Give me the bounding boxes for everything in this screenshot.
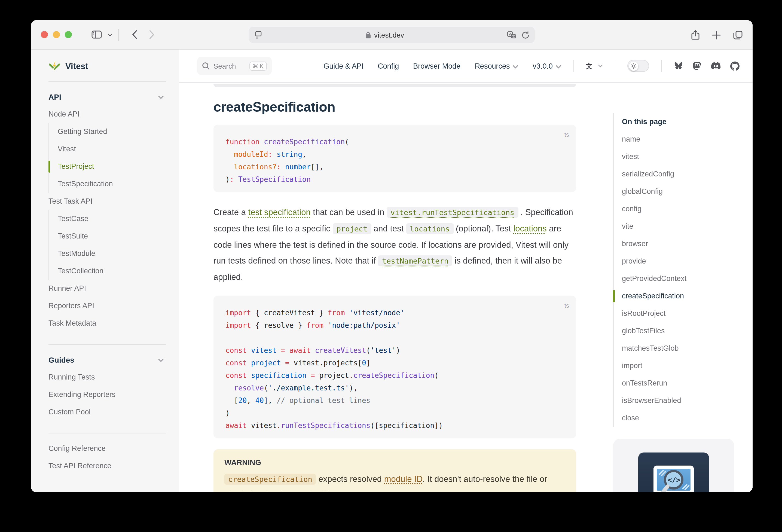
- screenshot-stage: vitest.dev A 文: [0, 0, 782, 532]
- lock-icon: [365, 31, 371, 38]
- minimize-window-button[interactable]: [53, 31, 60, 38]
- toc-item-serializedconfig[interactable]: serializedConfig: [622, 166, 749, 183]
- vitest-logo-icon: [48, 61, 61, 72]
- text-run: (optional). Test: [453, 224, 513, 233]
- sidebar-item-runner-api[interactable]: Runner API: [48, 280, 166, 297]
- toc-item-globalconfig[interactable]: globalConfig: [622, 183, 749, 201]
- sidebar-item-extending-reporters[interactable]: Extending Reporters: [48, 386, 166, 403]
- warning-link-module-id[interactable]: module ID: [384, 474, 423, 484]
- forward-button[interactable]: [149, 30, 155, 39]
- code-block-example[interactable]: ts import { createVitest } from 'vitest/…: [213, 296, 576, 438]
- refresh-icon[interactable]: [522, 31, 529, 39]
- share-icon[interactable]: [691, 30, 700, 40]
- sidebar-item-config-reference[interactable]: Config Reference: [48, 440, 166, 457]
- code-link-testnamepattern[interactable]: testNamePattern: [378, 256, 452, 265]
- site-logo[interactable]: Vitest: [48, 59, 166, 73]
- toc-item-provide[interactable]: provide: [622, 253, 749, 270]
- text-run: that can be used in: [311, 208, 387, 217]
- sun-icon: [629, 61, 638, 71]
- code-line: const vitest = await createVitest('test'…: [225, 344, 564, 357]
- chevron-down-icon[interactable]: [107, 33, 113, 36]
- toc-item-globtestfiles[interactable]: globTestFiles: [622, 322, 749, 340]
- nav-link-label: Config: [378, 62, 399, 70]
- toc-item-config[interactable]: config: [622, 201, 749, 218]
- code-line: moduleId: string,: [225, 148, 564, 161]
- theme-toggle[interactable]: [627, 60, 649, 72]
- toc-item-vitest[interactable]: vitest: [622, 148, 749, 166]
- toc-item-name[interactable]: name: [622, 131, 749, 148]
- sidebar-item-testspecification[interactable]: TestSpecification: [58, 175, 166, 193]
- reader-view-icon[interactable]: [254, 31, 262, 39]
- toc-item-ontestsrerun[interactable]: onTestsRerun: [622, 375, 749, 392]
- search-input[interactable]: Search ⌘ K: [197, 57, 272, 75]
- code-link-vitest-runtestspecifications[interactable]: vitest.runTestSpecifications: [387, 208, 518, 217]
- sidebar-item-getting-started[interactable]: Getting Started: [58, 123, 166, 141]
- translations-icon[interactable]: 文: [586, 62, 603, 70]
- sidebar-item-testproject[interactable]: TestProject: [58, 158, 166, 175]
- nav-link-v3-0-0[interactable]: v3.0.0: [533, 62, 562, 70]
- sidebar-item-test-task-api[interactable]: Test Task API: [48, 193, 166, 210]
- sidebar-item-reporters-api[interactable]: Reporters API: [48, 297, 166, 315]
- sidebar-item-node-api[interactable]: Node API: [48, 106, 166, 123]
- toc-item-createspecification[interactable]: createSpecification: [622, 287, 749, 305]
- sidebar-item-testcase[interactable]: TestCase: [58, 210, 166, 227]
- sidebar-item-vitest[interactable]: Vitest: [58, 141, 166, 158]
- code-line: ): TestSpecification: [225, 173, 564, 186]
- toc-item-getprovidedcontext[interactable]: getProvidedContext: [622, 270, 749, 287]
- sidebar-section-label: API: [48, 93, 61, 101]
- sidebar-item-test-api-reference[interactable]: Test API Reference: [48, 457, 166, 475]
- back-button[interactable]: [132, 30, 137, 39]
- toc-item-isbrowserenabled[interactable]: isBrowserEnabled: [622, 392, 749, 410]
- sidebar-item-testmodule[interactable]: TestModule: [58, 245, 166, 262]
- sidebar-item-testsuite[interactable]: TestSuite: [58, 227, 166, 245]
- sidebar-section-header-api[interactable]: API: [48, 88, 166, 106]
- browser-chrome: vitest.dev A 文: [31, 20, 753, 49]
- sidebar-item-running-tests[interactable]: Running Tests: [48, 369, 166, 386]
- warning-callout: WARNING createSpecification expects reso…: [213, 449, 576, 492]
- toc-item-browser[interactable]: browser: [622, 235, 749, 253]
- toc-item-matchestestglob[interactable]: matchesTestGlob: [622, 340, 749, 357]
- nav-link-label: v3.0.0: [533, 62, 553, 70]
- nav-link-browser-mode[interactable]: Browser Mode: [413, 62, 460, 70]
- link-test-specification[interactable]: test specification: [248, 208, 311, 217]
- sidebar-item-testcollection[interactable]: TestCollection: [58, 262, 166, 280]
- nav-link-label: Resources: [474, 62, 510, 70]
- toc-item-isrootproject[interactable]: isRootProject: [622, 305, 749, 322]
- toc-item-vite[interactable]: vite: [622, 218, 749, 235]
- search-shortcut-kbd: ⌘ K: [249, 61, 267, 71]
- sidebar-toggle-icon[interactable]: [92, 31, 102, 39]
- toc-item-import[interactable]: import: [622, 357, 749, 375]
- code-line: [20, 40], // optional test lines: [225, 394, 564, 407]
- nav-link-guide-api[interactable]: Guide & API: [323, 62, 363, 70]
- toc-list: namevitestserializedConfigglobalConfigco…: [622, 131, 749, 427]
- nav-link-resources[interactable]: Resources: [474, 62, 519, 70]
- sidebar-section-header-guides[interactable]: Guides: [48, 351, 166, 369]
- nav-link-config[interactable]: Config: [378, 62, 399, 70]
- close-window-button[interactable]: [41, 31, 48, 38]
- nav-link-label: Guide & API: [323, 62, 363, 70]
- code-block-signature[interactable]: ts function createSpecification( moduleI…: [213, 125, 576, 192]
- toc-item-close[interactable]: close: [622, 410, 749, 427]
- sponsor-card[interactable]: </>: [613, 439, 734, 492]
- sponsor-image: </>: [638, 453, 709, 492]
- bluesky-icon[interactable]: [674, 62, 683, 70]
- description-paragraph: Create a test specification that can be …: [213, 204, 576, 285]
- tab-overview-icon[interactable]: [733, 30, 743, 39]
- discord-icon[interactable]: [711, 62, 721, 70]
- translate-page-icon[interactable]: A 文: [507, 31, 516, 39]
- warning-title: WARNING: [224, 457, 565, 468]
- mastodon-icon[interactable]: [693, 61, 701, 71]
- url-bar[interactable]: vitest.dev A 文: [249, 27, 535, 43]
- sidebar-item-task-metadata[interactable]: Task Metadata: [48, 315, 166, 332]
- search-label: Search: [213, 62, 236, 70]
- code-line: const project = vitest.projects[0]: [225, 357, 564, 369]
- link-locations[interactable]: locations: [513, 224, 546, 233]
- sidebar-item-custom-pool[interactable]: Custom Pool: [48, 403, 166, 421]
- text-run: expects resolved: [316, 474, 384, 484]
- article: createSpecification ts function createSp…: [213, 84, 576, 492]
- new-tab-icon[interactable]: [712, 30, 721, 39]
- zoom-window-button[interactable]: [65, 31, 72, 38]
- github-icon[interactable]: [730, 61, 740, 71]
- inline-code-project: project: [333, 223, 371, 234]
- code-lang-badge: ts: [564, 299, 569, 312]
